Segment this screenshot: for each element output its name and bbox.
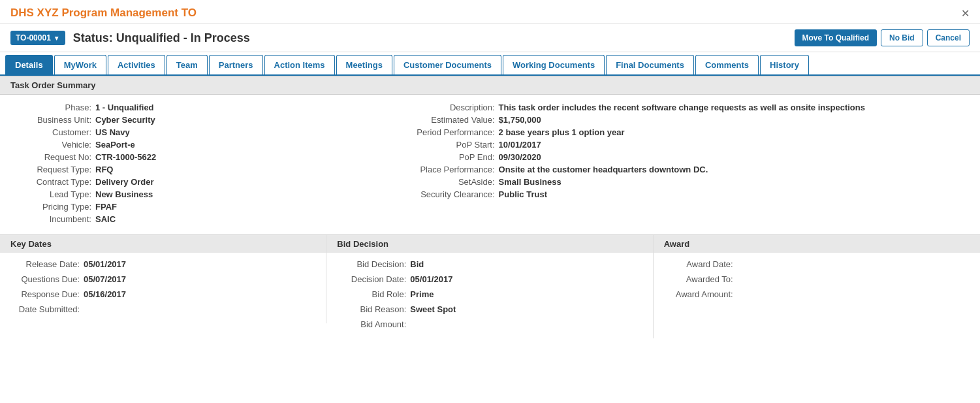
field-label: Lead Type: (10, 189, 95, 199)
field-label: Date Submitted: (5, 304, 84, 314)
field-label: Business Unit: (10, 115, 95, 125)
summary-right-row: Place Performance:Onsite at the customer… (394, 165, 970, 174)
field-label: Phase: (10, 103, 95, 112)
field-label: Request No: (10, 152, 95, 162)
bid-decision-row: Bid Reason:Sweet Spot (326, 303, 652, 315)
header-actions: Move To Qualified No Bid Cancel (795, 29, 970, 46)
tab-history[interactable]: History (760, 55, 809, 74)
field-label: Questions Due: (5, 274, 84, 284)
field-value: RFQ (95, 165, 113, 174)
award-row: Awarded To: (654, 273, 980, 285)
field-value: 2 base years plus 1 option year (499, 127, 625, 137)
tab-mywork[interactable]: MyWork (54, 55, 106, 74)
move-to-qualified-button[interactable]: Move To Qualified (795, 29, 877, 46)
field-label: Award Amount: (659, 289, 737, 299)
field-label: Request Type: (10, 165, 95, 174)
key-dates-title: Key Dates (0, 235, 326, 253)
summary-right-row: Estimated Value:$1,750,000 (394, 115, 970, 125)
field-value: FPAF (95, 202, 117, 212)
field-value: This task order includes the recent soft… (499, 103, 865, 112)
key-dates-row: Questions Due:05/07/2017 (0, 273, 326, 285)
field-label: SetAside: (394, 177, 499, 187)
field-value: New Business (95, 189, 153, 199)
summary-left-row: Contract Type:Delivery Order (10, 177, 394, 187)
bid-decision-row: Bid Role:Prime (326, 288, 652, 300)
bottom-section-wrapper: Key Dates Release Date:05/01/2017Questio… (0, 234, 980, 338)
field-value: SAIC (95, 214, 116, 224)
field-label: Bid Reason: (332, 304, 410, 314)
field-value: SeaPort-e (95, 140, 135, 150)
field-value: Cyber Security (95, 115, 155, 125)
field-label: Incumbent: (10, 214, 95, 224)
key-dates-row: Response Due:05/16/2017 (0, 288, 326, 300)
bid-decision-row: Bid Amount: (326, 318, 652, 330)
field-label: Release Date: (5, 259, 84, 269)
bid-decision-row: Decision Date:05/01/2017 (326, 273, 652, 285)
tab-final-documents[interactable]: Final Documents (606, 55, 694, 74)
key-dates-content: Release Date:05/01/2017Questions Due:05/… (0, 253, 326, 323)
field-label: Award Date: (659, 259, 737, 269)
tab-activities[interactable]: Activities (108, 55, 165, 74)
field-value: Bid (410, 259, 424, 269)
no-bid-button[interactable]: No Bid (881, 29, 923, 46)
field-value: Delivery Order (95, 177, 154, 187)
field-value: 1 - Unqualified (95, 103, 154, 112)
summary-right-row: SetAside:Small Business (394, 177, 970, 187)
field-value: 05/07/2017 (84, 274, 126, 284)
bid-decision-title: Bid Decision (326, 235, 653, 253)
summary-left-row: Pricing Type:FPAF (10, 202, 394, 212)
field-value: Small Business (499, 177, 561, 187)
field-label: Place Performance: (394, 165, 499, 174)
to-badge-caret: ▼ (54, 35, 60, 42)
tab-partners[interactable]: Partners (209, 55, 263, 74)
to-badge[interactable]: TO-00001 ▼ (10, 31, 65, 45)
summary-right-row: Description:This task order includes the… (394, 103, 970, 112)
award-col: Award Award Date:Awarded To:Award Amount… (654, 235, 980, 338)
award-content: Award Date:Awarded To:Award Amount: (654, 253, 980, 308)
header-left: TO-00001 ▼ Status: Unqualified - In Proc… (10, 31, 250, 45)
field-label: Customer: (10, 127, 95, 137)
tab-meetings[interactable]: Meetings (336, 55, 392, 74)
summary-left-row: Request Type:RFQ (10, 165, 394, 174)
summary-right-row: PoP Start:10/01/2017 (394, 140, 970, 150)
tab-details[interactable]: Details (5, 55, 53, 74)
summary-right-row: Security Clearance:Public Trust (394, 189, 970, 199)
award-row: Award Amount: (654, 288, 980, 300)
tabs-bar: DetailsMyWorkActivitiesTeamPartnersActio… (0, 52, 980, 76)
award-row: Award Date: (654, 258, 980, 270)
tab-action-items[interactable]: Action Items (264, 55, 335, 74)
tab-comments[interactable]: Comments (695, 55, 759, 74)
summary-left-row: Lead Type:New Business (10, 189, 394, 199)
summary-right-row: PoP End:09/30/2020 (394, 152, 970, 162)
window-title: DHS XYZ Program Management TO (10, 7, 197, 20)
tab-customer-documents[interactable]: Customer Documents (394, 55, 501, 74)
tab-working-documents[interactable]: Working Documents (503, 55, 605, 74)
summary-left-row: Vehicle:SeaPort-e (10, 140, 394, 150)
summary-left: Phase:1 - UnqualifiedBusiness Unit:Cyber… (10, 103, 394, 227)
field-value: 05/01/2017 (84, 259, 126, 269)
key-dates-row: Date Submitted: (0, 303, 326, 315)
summary-left-row: Request No:CTR-1000-5622 (10, 152, 394, 162)
field-label: Security Clearance: (394, 189, 499, 199)
field-label: Contract Type: (10, 177, 95, 187)
field-label: PoP Start: (394, 140, 499, 150)
field-label: Bid Decision: (332, 259, 410, 269)
key-dates-col: Key Dates Release Date:05/01/2017Questio… (0, 235, 326, 338)
summary-left-row: Phase:1 - Unqualified (10, 103, 394, 112)
status-text: Status: Unqualified - In Process (73, 31, 250, 45)
title-bar: DHS XYZ Program Management TO ✕ (0, 0, 980, 24)
field-label: Bid Amount: (332, 319, 410, 329)
field-value: 05/01/2017 (410, 274, 452, 284)
tab-team[interactable]: Team (166, 55, 208, 74)
cancel-button[interactable]: Cancel (927, 29, 970, 46)
field-label: Pricing Type: (10, 202, 95, 212)
summary-left-row: Incumbent:SAIC (10, 214, 394, 224)
field-label: Response Due: (5, 289, 84, 299)
field-value: Sweet Spot (410, 304, 456, 314)
field-value: Public Trust (499, 189, 547, 199)
bid-decision-content: Bid Decision:BidDecision Date:05/01/2017… (326, 253, 653, 338)
close-icon[interactable]: ✕ (961, 7, 970, 20)
to-badge-label: TO-00001 (16, 33, 51, 42)
summary-left-row: Business Unit:Cyber Security (10, 115, 394, 125)
summary-body: Phase:1 - UnqualifiedBusiness Unit:Cyber… (0, 95, 980, 234)
